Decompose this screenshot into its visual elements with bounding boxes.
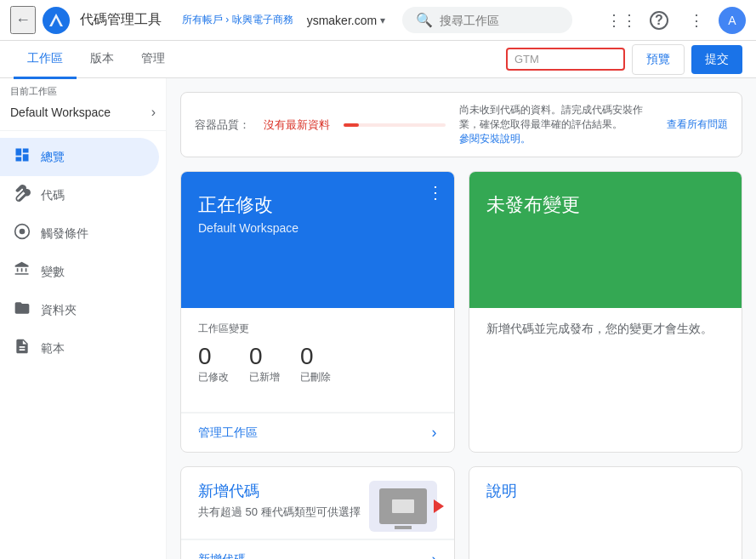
stat-added-label: 已新增: [249, 370, 280, 385]
nav-tab-actions: 預覽 提交: [506, 44, 742, 75]
sidebar-label-overview: 總覽: [41, 150, 65, 165]
avatar[interactable]: A: [719, 7, 746, 34]
stat-modified-label: 已修改: [198, 370, 229, 385]
sidebar-item-overview[interactable]: 總覽: [0, 138, 159, 176]
quality-label: 容器品質：: [195, 117, 250, 133]
overview-icon: [14, 146, 31, 168]
new-tag-card-header: 新增代碼 共有超過 50 種代碼類型可供選擇: [181, 467, 454, 539]
quality-progress-bar: [344, 123, 446, 127]
svg-rect-5: [392, 499, 414, 513]
sidebar-item-variables[interactable]: 變數: [0, 253, 159, 291]
workspace-label: 目前工作區: [0, 85, 166, 98]
folder-icon: [14, 299, 31, 321]
search-box[interactable]: 🔍: [402, 7, 572, 33]
quality-install-link[interactable]: 參閱安裝說明。: [459, 133, 531, 145]
avatar-letter: A: [728, 14, 736, 27]
new-tag-card-info: 新增代碼 共有超過 50 種代碼類型可供選擇: [198, 481, 361, 520]
unpublished-card: 未發布變更 新增代碼並完成發布，您的變更才會生效。: [469, 171, 743, 453]
new-tag-icon-container: [369, 481, 437, 532]
workspace-card-footer[interactable]: 管理工作區 ›: [181, 413, 454, 452]
sidebar-label-folders: 資料夾: [41, 303, 77, 318]
stat-deleted: 0 已刪除: [300, 343, 331, 385]
sidebar-label-templates: 範本: [41, 341, 65, 357]
help-card-title: 說明: [486, 481, 725, 501]
preview-button[interactable]: 預覽: [632, 44, 685, 75]
quality-view-all-link[interactable]: 查看所有問題: [667, 117, 728, 132]
search-input[interactable]: [440, 14, 550, 27]
more-button[interactable]: ⋮: [681, 5, 712, 36]
workspace-card: 正在修改 Default Workspace ⋮ 工作區變更 0 已修改 0 已…: [180, 171, 455, 453]
quality-progress-fill: [344, 123, 359, 127]
sidebar-item-templates[interactable]: 範本: [0, 329, 159, 368]
domain-name[interactable]: ysmaker.com: [307, 14, 377, 27]
main: 目前工作區 Default Workspace › 總覽 代碼 觸發條件: [0, 78, 756, 559]
workspace-card-menu[interactable]: ⋮: [427, 182, 444, 202]
unpublished-card-desc: 新增代碼並完成發布，您的變更才會生效。: [469, 308, 742, 351]
stat-modified-num: 0: [198, 343, 212, 370]
help-card: 說明 編輯說明 ›: [469, 466, 743, 559]
breadcrumb: 所有帳戶 › 咏興電子商務: [182, 13, 293, 27]
workspace-arrow: ›: [151, 105, 156, 120]
sidebar-item-folders[interactable]: 資料夾: [0, 291, 159, 329]
cards-grid: 正在修改 Default Workspace ⋮ 工作區變更 0 已修改 0 已…: [180, 171, 742, 559]
stat-deleted-label: 已刪除: [300, 370, 331, 385]
tab-admin[interactable]: 管理: [128, 41, 179, 79]
tag-arrow-icon: [434, 499, 444, 513]
workspace-card-body: 工作區變更 0 已修改 0 已新增 0 已刪除: [181, 308, 454, 412]
submit-button[interactable]: 提交: [691, 45, 742, 74]
stat-modified: 0 已修改: [198, 343, 229, 385]
new-tag-card-title: 新增代碼: [198, 481, 361, 501]
search-icon: 🔍: [416, 12, 433, 28]
content-area: 容器品質： 沒有最新資料 尚未收到代碼的資料。請完成代碼安裝作業，確保您取得最準…: [167, 78, 756, 559]
sidebar-item-code[interactable]: 代碼: [0, 176, 159, 214]
stat-added-num: 0: [249, 343, 263, 370]
new-tag-card-footer[interactable]: 新增代碼 ›: [181, 539, 454, 559]
help-card-body: [469, 508, 742, 559]
grid-icon: ⋮⋮: [606, 11, 637, 30]
screen-svg: [390, 498, 416, 515]
domain-arrow[interactable]: ▾: [380, 14, 385, 26]
new-tag-card-description: 共有超過 50 種代碼類型可供選擇: [198, 505, 361, 520]
unpublished-card-header: 未發布變更: [469, 172, 742, 308]
workspace-selector[interactable]: Default Workspace ›: [0, 101, 166, 131]
sidebar-item-triggers[interactable]: 觸發條件: [0, 214, 159, 253]
tab-version[interactable]: 版本: [77, 41, 128, 79]
code-icon: [14, 185, 31, 206]
sidebar: 目前工作區 Default Workspace › 總覽 代碼 觸發條件: [0, 78, 167, 559]
help-button[interactable]: ?: [644, 5, 674, 36]
unpublished-card-title: 未發布變更: [486, 192, 725, 218]
workspace-card-subtitle: Default Workspace: [198, 221, 437, 235]
stat-deleted-num: 0: [300, 343, 314, 370]
topbar-actions: ⋮⋮ ? ⋮ A: [606, 5, 746, 36]
app-title: 代碼管理工具: [80, 11, 162, 29]
tag-screen-icon: [379, 488, 427, 524]
gtm-id-input[interactable]: [514, 53, 617, 66]
more-icon: ⋮: [689, 11, 704, 30]
trigger-icon: [14, 223, 31, 244]
sidebar-label-variables: 變數: [41, 265, 65, 280]
new-tag-footer-link: 新增代碼: [198, 552, 246, 560]
logo-icon: [48, 12, 65, 29]
help-card-header: 說明: [469, 467, 742, 508]
grid-button[interactable]: ⋮⋮: [606, 5, 637, 36]
workspace-changes-label: 工作區變更: [198, 322, 437, 336]
workspace-stats: 0 已修改 0 已新增 0 已刪除: [198, 343, 437, 385]
breadcrumb-text: 所有帳戶 › 咏興電子商務: [182, 14, 293, 26]
help-icon: ?: [650, 11, 668, 30]
workspace-card-title: 正在修改: [198, 192, 437, 218]
tab-workspace[interactable]: 工作區: [14, 41, 77, 79]
stat-added: 0 已新增: [249, 343, 280, 385]
quality-banner: 容器品質： 沒有最新資料 尚未收到代碼的資料。請完成代碼安裝作業，確保您取得最準…: [180, 92, 742, 157]
svg-point-3: [20, 229, 26, 235]
new-tag-footer-arrow: ›: [432, 550, 437, 559]
template-icon: [14, 338, 31, 359]
workspace-footer-link: 管理工作區: [198, 425, 258, 441]
back-button[interactable]: ←: [10, 6, 36, 34]
sidebar-label-triggers: 觸發條件: [41, 226, 88, 242]
app-logo: [43, 7, 70, 34]
quality-status: 沒有最新資料: [264, 117, 330, 133]
quality-description: 尚未收到代碼的資料。請完成代碼安裝作業，確保您取得最準確的評估結果。 參閱安裝說…: [459, 103, 653, 146]
nav-tabs: 工作區 版本 管理 預覽 提交: [0, 41, 756, 78]
workspace-name: Default Workspace: [10, 106, 111, 119]
variable-icon: [14, 261, 31, 282]
